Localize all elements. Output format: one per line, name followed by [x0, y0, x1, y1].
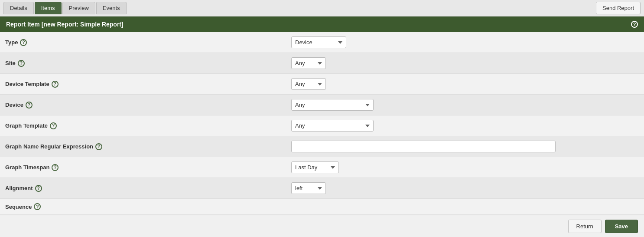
tab-details[interactable]: Details — [3, 2, 34, 14]
section-header: Report Item [new Report: Simple Report] … — [0, 16, 644, 32]
top-bar: DetailsItemsPreviewEvents Send Report — [0, 0, 644, 16]
help-icon-site[interactable]: ? — [18, 60, 25, 67]
section-title: Report Item [new Report: Simple Report] — [6, 21, 124, 28]
field-label-site: Site? — [5, 60, 281, 67]
field-label-device_template: Device Template? — [5, 81, 281, 88]
form-row-alignment: Alignment?leftcenterright — [0, 178, 644, 199]
tab-events[interactable]: Events — [96, 2, 127, 14]
field-label-alignment: Alignment? — [5, 185, 281, 192]
select-device[interactable]: Any — [291, 99, 374, 111]
input-graph_name_regex[interactable] — [291, 141, 556, 152]
help-icon-device[interactable]: ? — [26, 102, 33, 109]
help-icon-graph_name_regex[interactable]: ? — [95, 143, 102, 150]
help-icon-device_template[interactable]: ? — [52, 81, 59, 88]
help-icon-graph_timespan[interactable]: ? — [52, 164, 59, 171]
header-help-icon[interactable]: ? — [631, 21, 638, 28]
form-row-graph_timespan: Graph Timespan?Last DayLast WeekLast Mon… — [0, 157, 644, 178]
send-report-button[interactable]: Send Report — [596, 2, 641, 14]
form-row-device_template: Device Template?Any — [0, 74, 644, 95]
help-icon-alignment[interactable]: ? — [35, 185, 42, 192]
form-row-graph_name_regex: Graph Name Regular Expression? — [0, 136, 644, 157]
field-label-sequence: Sequence? — [5, 203, 281, 210]
help-icon-graph_template[interactable]: ? — [50, 122, 57, 129]
tab-items[interactable]: Items — [35, 2, 62, 14]
select-graph_timespan[interactable]: Last DayLast WeekLast MonthLast Year — [291, 161, 339, 173]
form-row-sequence: Sequence? — [0, 199, 644, 215]
form-row-graph_template: Graph Template?Any — [0, 115, 644, 136]
form-row-device: Device?Any — [0, 95, 644, 115]
field-label-graph_timespan: Graph Timespan? — [5, 164, 281, 171]
select-device_template[interactable]: Any — [291, 78, 326, 90]
field-label-device: Device? — [5, 102, 281, 109]
select-alignment[interactable]: leftcenterright — [291, 182, 326, 194]
form-table: Type?DeviceGraph TemplateTreeSite?AnyDev… — [0, 32, 644, 215]
save-button[interactable]: Save — [605, 220, 638, 233]
tab-preview[interactable]: Preview — [62, 2, 95, 14]
help-icon-type[interactable]: ? — [20, 39, 27, 46]
select-site[interactable]: Any — [291, 57, 326, 69]
return-button[interactable]: Return — [568, 220, 602, 233]
field-label-type: Type? — [5, 39, 281, 46]
field-label-graph_name_regex: Graph Name Regular Expression? — [5, 143, 281, 150]
help-icon-sequence[interactable]: ? — [34, 203, 41, 210]
footer-bar: Return Save — [0, 215, 644, 237]
tabs: DetailsItemsPreviewEvents — [3, 2, 127, 14]
form-row-type: Type?DeviceGraph TemplateTree — [0, 32, 644, 53]
select-graph_template[interactable]: Any — [291, 120, 374, 132]
select-type[interactable]: DeviceGraph TemplateTree — [291, 36, 346, 48]
field-label-graph_template: Graph Template? — [5, 122, 281, 129]
form-row-site: Site?Any — [0, 53, 644, 74]
